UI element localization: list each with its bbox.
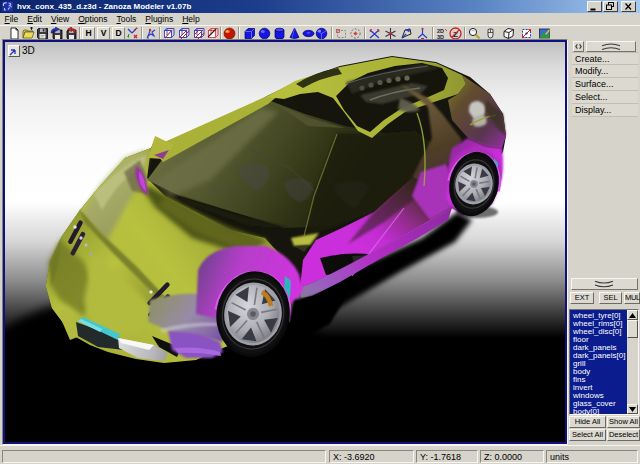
toolbar-separator	[432, 27, 434, 39]
panel-menu-surface[interactable]: Surface...	[572, 78, 638, 91]
toolbar-separator	[141, 27, 143, 39]
toolbar-separator	[364, 27, 366, 39]
status-y: Y: -1.7618	[416, 450, 478, 463]
panel-chevron-down-button[interactable]	[571, 278, 638, 290]
scrollbar-thumb[interactable]	[627, 320, 638, 338]
window-title: hvx_conx_435_d.z3d - Zanoza Modeler v1.0…	[17, 2, 191, 11]
viewport-label-text: 3D	[22, 45, 35, 56]
scroll-down-arrow[interactable]	[627, 404, 638, 414]
panel-collapse-button[interactable]	[573, 41, 584, 52]
list-item[interactable]: wheel_disc[0]	[571, 328, 626, 336]
list-item[interactable]: wheel_rims[0]	[571, 320, 626, 328]
panel-menu-display[interactable]: Display...	[572, 104, 638, 117]
menu-help[interactable]: Help	[178, 13, 204, 25]
menu-plugins[interactable]: Plugins	[141, 13, 178, 25]
toolbar-separator	[464, 27, 466, 39]
menu-file[interactable]: File	[0, 13, 23, 25]
panel-menu-modify[interactable]: Modify...	[572, 65, 638, 78]
listbox-scrollbar[interactable]	[627, 310, 638, 414]
toolbar: HVD2D3DZ	[0, 25, 640, 39]
menu-tools[interactable]: Tools	[112, 13, 141, 25]
menu-bar: File Edit View Options Tools Plugins Hel…	[0, 13, 640, 25]
select-all-button[interactable]: Select All	[569, 429, 606, 441]
viewport-maximize-icon[interactable]	[8, 45, 20, 57]
deselect-button[interactable]: Deselect	[607, 429, 640, 441]
toolbar-separator	[331, 27, 333, 39]
toolbar-separator	[79, 27, 81, 39]
status-units: units	[546, 450, 638, 463]
menu-options[interactable]: Options	[74, 13, 112, 25]
toolbar-separator	[238, 27, 240, 39]
status-bar: X: -3.6920 Y: -1.7618 Z: 0.0000 units	[0, 445, 640, 464]
status-message	[2, 450, 326, 463]
menu-view[interactable]: View	[46, 13, 73, 25]
minimize-button[interactable]	[587, 1, 602, 12]
list-item[interactable]: dark_panels[0]	[571, 352, 626, 360]
scroll-up-arrow[interactable]	[627, 310, 638, 320]
list-item[interactable]: dark_panels	[571, 344, 626, 352]
objects-listbox[interactable]: wheel_tyre[0] wheel_rims[0] wheel_disc[0…	[569, 309, 639, 415]
panel-menu-select[interactable]: Select...	[572, 91, 638, 104]
panel-chevron-up-button[interactable]	[586, 41, 636, 52]
app-icon	[2, 1, 13, 12]
car-render	[5, 42, 565, 442]
panel-menu: Create... Modify... Surface... Select...…	[572, 52, 638, 117]
sel-button[interactable]: SEL	[599, 292, 622, 304]
list-item[interactable]: grill	[571, 360, 626, 368]
viewport-3d[interactable]: 3D	[2, 39, 568, 445]
list-item[interactable]: glass_cover	[571, 400, 626, 408]
ext-button[interactable]: EXT	[570, 292, 594, 304]
close-button[interactable]	[621, 1, 636, 12]
toolbar-separator	[220, 27, 222, 39]
list-item[interactable]: fins	[571, 376, 626, 384]
list-item[interactable]: windows	[571, 392, 626, 400]
list-item[interactable]: wheel_tyre[0]	[571, 312, 626, 320]
menu-edit[interactable]: Edit	[23, 13, 47, 25]
mul-button[interactable]: MUL	[624, 292, 640, 304]
list-item[interactable]: floor	[571, 336, 626, 344]
title-bar: hvx_conx_435_d.z3d - Zanoza Modeler v1.0…	[0, 0, 640, 13]
status-x: X: -3.6920	[329, 450, 414, 463]
toolbar-separator	[159, 27, 161, 39]
hide-all-button[interactable]: Hide All	[569, 416, 606, 428]
viewport-label: 3D	[8, 44, 35, 57]
right-panel: Create... Modify... Surface... Select...…	[568, 39, 640, 445]
show-all-button[interactable]: Show All	[607, 416, 640, 428]
status-z: Z: 0.0000	[480, 450, 544, 463]
list-item[interactable]: body[0]	[571, 408, 626, 416]
panel-menu-create[interactable]: Create...	[572, 52, 638, 65]
list-item[interactable]: body	[571, 368, 626, 376]
restore-button[interactable]	[603, 1, 618, 12]
list-item[interactable]: invert	[571, 384, 626, 392]
